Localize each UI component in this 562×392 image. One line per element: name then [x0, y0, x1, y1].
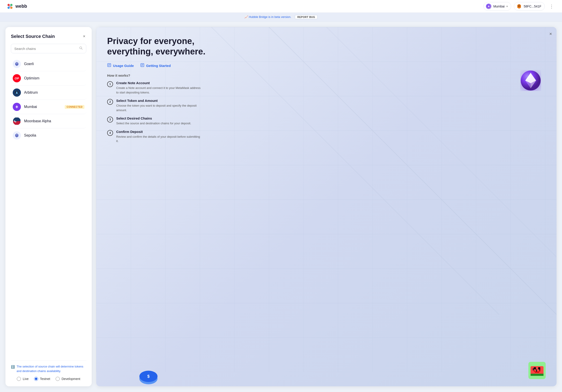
pixel-art-decoration	[528, 362, 546, 379]
step-title-2: Select Token and Amount	[116, 99, 202, 103]
grid-decoration	[96, 27, 557, 372]
network-name: Mumbai	[493, 5, 504, 8]
chain-name-sepolia: Sepolia	[24, 133, 84, 138]
nav-right: Mumbai ▾ 58FC...541F ⋮	[483, 2, 556, 11]
search-icon	[79, 46, 83, 51]
svg-point-0	[8, 4, 10, 6]
chain-name-moonbase: Moonbase Alpha	[24, 119, 84, 123]
svg-point-2	[8, 7, 10, 9]
radio-development[interactable]: Development	[56, 377, 80, 381]
svg-rect-24	[13, 121, 20, 125]
search-box	[11, 44, 86, 53]
svg-rect-23	[13, 117, 20, 121]
panel-header: Select Source Chain ×	[11, 33, 86, 39]
tab-getting-started[interactable]: Getting Started	[140, 63, 171, 68]
radio-testnet[interactable]: Testnet	[34, 377, 50, 381]
info-text: ℹ️ The selection of source chain will de…	[11, 364, 86, 373]
logo-area: webb	[6, 3, 27, 10]
svg-rect-55	[535, 372, 539, 373]
step-desc-4: Review and confirm the details of your d…	[116, 135, 202, 143]
chain-item-mumbai[interactable]: Mumbai CONNECTED	[11, 100, 86, 114]
svg-rect-49	[533, 369, 534, 371]
step-desc-1: Create a Note account and connect it to …	[116, 86, 202, 95]
chain-item-goerli[interactable]: Goerli	[11, 57, 86, 71]
webb-logo-icon	[6, 3, 14, 10]
beta-icon: 📈	[245, 15, 248, 19]
step-2: 2 Select Token and Amount Choose the tok…	[107, 99, 546, 112]
svg-line-30	[269, 27, 557, 315]
svg-rect-53	[538, 367, 540, 369]
chain-name-arbitrum: Arbitrum	[24, 91, 84, 95]
steps-list: 1 Create Note Account Create a Note acco…	[107, 81, 546, 143]
step-desc-3: Select the source and destination chains…	[116, 121, 191, 126]
network-button[interactable]: Mumbai ▾	[483, 2, 511, 11]
info-panel: × Privacy for everyone, everything, ever…	[96, 27, 557, 386]
beta-link[interactable]: Hubble Bridge is in beta version.	[249, 15, 292, 19]
svg-rect-48	[531, 374, 544, 376]
svg-point-3	[10, 7, 12, 9]
svg-rect-50	[536, 369, 537, 372]
svg-rect-56	[539, 370, 540, 372]
step-title-1: Create Note Account	[116, 81, 202, 85]
usage-guide-icon	[107, 63, 111, 68]
optimism-icon: OP	[13, 74, 21, 82]
arbitrum-icon	[13, 89, 21, 97]
metamask-fox-icon	[516, 4, 522, 9]
how-it-works-label: How it works?	[107, 73, 546, 77]
info-panel-close-button[interactable]: ×	[549, 32, 552, 36]
radio-live[interactable]: Live	[17, 377, 29, 381]
svg-point-1	[10, 4, 12, 6]
main-content: Select Source Chain × Goerli OP	[0, 22, 562, 392]
svg-text:$: $	[147, 374, 150, 379]
panel-close-button[interactable]: ×	[82, 33, 86, 39]
select-chain-panel: Select Source Chain × Goerli OP	[5, 27, 92, 386]
svg-rect-29	[96, 27, 557, 372]
network-radio-group: Live Testnet Development	[11, 377, 86, 381]
svg-rect-11	[518, 5, 519, 5]
info-icon: ℹ️	[11, 365, 15, 369]
step-number-4: 4	[107, 130, 113, 136]
step-number-2: 2	[107, 99, 113, 105]
top-navigation: webb Mumbai ▾ 58FC...54	[0, 0, 562, 13]
mumbai-icon	[13, 103, 21, 111]
svg-line-31	[211, 27, 499, 315]
chain-item-arbitrum[interactable]: Arbitrum	[11, 86, 86, 100]
getting-started-label: Getting Started	[146, 64, 171, 68]
svg-rect-12	[519, 5, 520, 5]
step-title-4: Confirm Deposit	[116, 130, 202, 134]
search-input[interactable]	[14, 47, 77, 51]
svg-rect-54	[534, 370, 535, 372]
getting-started-icon	[140, 63, 144, 68]
step-number-3: 3	[107, 117, 113, 123]
more-options-button[interactable]: ⋮	[548, 3, 556, 10]
tab-row: Usage Guide Getting Started	[107, 63, 546, 68]
usage-guide-label: Usage Guide	[113, 64, 134, 68]
chain-name-optimism: Optimism	[24, 76, 84, 80]
tab-usage-guide[interactable]: Usage Guide	[107, 63, 134, 68]
moonbase-icon	[13, 117, 21, 125]
svg-point-22	[16, 106, 17, 107]
panel-title: Select Source Chain	[11, 34, 55, 39]
coin-decoration: $	[137, 367, 160, 386]
chain-item-sepolia[interactable]: Sepolia	[11, 128, 86, 142]
svg-point-9	[520, 6, 520, 6]
panel-footer: ℹ️ The selection of source chain will de…	[11, 360, 86, 381]
wallet-address: 58FC...541F	[524, 5, 541, 8]
svg-rect-52	[534, 367, 536, 369]
wallet-button[interactable]: 58FC...541F	[514, 2, 545, 11]
step-1: 1 Create Note Account Create a Note acco…	[107, 81, 546, 95]
report-bug-button[interactable]: REPORT BUG	[295, 15, 317, 19]
step-title-3: Select Desired Chains	[116, 116, 191, 120]
chain-item-optimism[interactable]: OP Optimism	[11, 71, 86, 86]
svg-line-14	[82, 48, 82, 49]
chain-list: Goerli OP Optimism Arbitrum Mumbai CONN	[11, 57, 86, 356]
hero-title: Privacy for everyone, everything, everyw…	[107, 36, 221, 57]
svg-point-4	[9, 6, 11, 7]
chain-name-mumbai: Mumbai	[24, 105, 61, 109]
step-4: 4 Confirm Deposit Review and confirm the…	[107, 130, 546, 143]
svg-point-26	[15, 120, 17, 122]
chain-item-moonbase[interactable]: Moonbase Alpha	[11, 114, 86, 128]
sepolia-icon	[13, 131, 21, 139]
logo-text: webb	[15, 4, 27, 9]
step-3: 3 Select Desired Chains Select the sourc…	[107, 116, 546, 126]
